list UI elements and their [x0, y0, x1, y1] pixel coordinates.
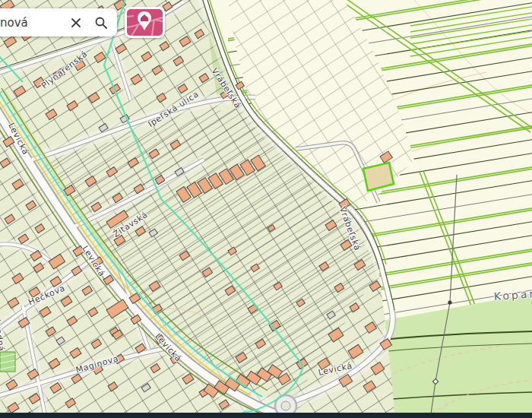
search-icon: [94, 16, 108, 30]
search-box: [0, 8, 117, 36]
close-icon: [70, 17, 82, 29]
app-logo-button[interactable]: [125, 7, 165, 38]
map-pin-logo-icon: [127, 9, 163, 36]
search-input[interactable]: [0, 8, 68, 36]
pond-area: [0, 352, 15, 372]
map-stage: Plynárenská Ipeľská ulica Vrábeľská Vráb…: [0, 0, 532, 418]
clear-search-button[interactable]: [63, 8, 89, 36]
area-label-kopanice: Kopani: [493, 287, 532, 302]
search-button[interactable]: [88, 8, 114, 36]
bottom-bar: [0, 413, 532, 418]
